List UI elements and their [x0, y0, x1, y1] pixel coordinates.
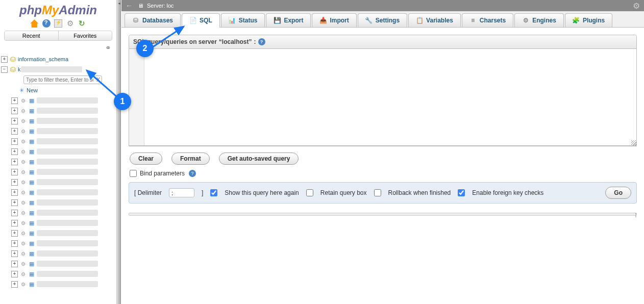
expand-icon[interactable]: +: [11, 250, 18, 257]
table-ops-icon[interactable]: [19, 281, 27, 288]
tree-table-row[interactable]: +: [1, 218, 115, 228]
table-ops-icon[interactable]: [19, 158, 27, 165]
expand-icon[interactable]: +: [11, 148, 18, 155]
format-button[interactable]: Format: [171, 153, 210, 165]
sidebar-resize-handle[interactable]: [117, 0, 121, 304]
tree-table-row[interactable]: +: [1, 269, 115, 279]
tree-table-row[interactable]: +: [1, 187, 115, 197]
db-label-prefix[interactable]: k: [18, 66, 21, 72]
bind-params-label[interactable]: Bind parameters: [140, 170, 185, 177]
expand-icon[interactable]: +: [11, 179, 18, 186]
server-breadcrumb[interactable]: Server: loc: [147, 3, 174, 9]
expand-icon[interactable]: +: [11, 271, 18, 277]
clear-button[interactable]: Clear: [130, 153, 162, 165]
settings-gear-icon[interactable]: ⚙: [633, 1, 640, 11]
help-icon[interactable]: [42, 19, 51, 28]
table-ops-icon[interactable]: [19, 240, 27, 247]
tree-table-row[interactable]: +: [1, 259, 115, 269]
db-label[interactable]: information_schema: [18, 56, 68, 62]
go-button[interactable]: Go: [605, 187, 631, 199]
tree-table-row[interactable]: +: [1, 157, 115, 167]
logo[interactable]: phpMyAdmin: [0, 0, 116, 18]
expand-icon[interactable]: +: [11, 108, 18, 114]
table-ops-icon[interactable]: [19, 117, 27, 124]
tab-engines[interactable]: Engines: [514, 13, 564, 27]
fk-checkbox[interactable]: [458, 189, 465, 196]
favorites-tab[interactable]: Favorites: [59, 31, 112, 40]
expand-icon[interactable]: +: [11, 261, 18, 267]
expand-icon[interactable]: +: [11, 210, 18, 216]
tree-table-row[interactable]: +: [1, 238, 115, 248]
expand-icon[interactable]: +: [11, 118, 18, 124]
tree-table-row[interactable]: +: [1, 95, 115, 106]
get-autosaved-button[interactable]: Get auto-saved query: [219, 153, 299, 165]
collapse-icon[interactable]: −: [1, 66, 8, 73]
tab-export[interactable]: Export: [266, 13, 311, 27]
reload-icon[interactable]: ↻: [78, 19, 86, 28]
tab-plugins[interactable]: Plugins: [565, 13, 612, 27]
table-ops-icon[interactable]: [19, 179, 27, 186]
help-icon[interactable]: ?: [189, 170, 196, 177]
tree-table-row[interactable]: +: [1, 248, 115, 259]
show-again-label[interactable]: Show this query here again: [225, 189, 299, 196]
tree-table-row[interactable]: +: [1, 228, 115, 238]
table-ops-icon[interactable]: [19, 138, 27, 145]
table-ops-icon[interactable]: [19, 128, 27, 135]
resize-grip-icon[interactable]: [631, 140, 636, 145]
rollback-checkbox[interactable]: [374, 189, 381, 196]
show-again-checkbox[interactable]: [210, 189, 217, 196]
table-ops-icon[interactable]: [19, 97, 27, 104]
table-ops-icon[interactable]: [19, 260, 27, 267]
expand-icon[interactable]: +: [11, 128, 18, 135]
table-ops-icon[interactable]: [19, 270, 27, 277]
tab-variables[interactable]: Variables: [408, 13, 461, 27]
panel-resize-bar[interactable]: [129, 213, 637, 216]
help-icon[interactable]: ?: [258, 38, 265, 45]
table-ops-icon[interactable]: [19, 219, 27, 226]
table-ops-icon[interactable]: [19, 209, 27, 216]
tree-table-row[interactable]: +: [1, 208, 115, 218]
expand-icon[interactable]: +: [11, 97, 18, 104]
tree-node-infoschema[interactable]: + information_schema: [1, 54, 115, 64]
fk-label[interactable]: Enable foreign key checks: [472, 189, 543, 196]
expand-icon[interactable]: +: [11, 138, 18, 145]
table-ops-icon[interactable]: [19, 168, 27, 175]
tree-table-row[interactable]: +: [1, 126, 115, 136]
tree-node-db2[interactable]: − k: [1, 64, 115, 74]
retain-checkbox[interactable]: [306, 189, 313, 196]
tab-databases[interactable]: Databases: [125, 13, 181, 27]
delimiter-input[interactable]: [169, 188, 194, 197]
expand-icon[interactable]: +: [11, 159, 18, 165]
table-ops-icon[interactable]: [19, 107, 27, 114]
expand-icon[interactable]: +: [11, 189, 18, 196]
retain-label[interactable]: Retain query box: [320, 189, 367, 196]
tab-sql[interactable]: SQL: [182, 13, 220, 27]
link-icon[interactable]: ⚭: [0, 44, 116, 54]
tab-status[interactable]: Status: [221, 13, 265, 27]
table-ops-icon[interactable]: [19, 148, 27, 155]
expand-icon[interactable]: +: [1, 56, 8, 63]
editor-textarea[interactable]: [144, 49, 636, 145]
new-label[interactable]: New: [27, 87, 38, 93]
tree-table-row[interactable]: +: [1, 167, 115, 177]
expand-icon[interactable]: +: [11, 230, 18, 237]
recent-tab[interactable]: Recent: [5, 31, 59, 40]
tree-table-row[interactable]: +: [1, 279, 115, 289]
gear-icon[interactable]: ⚙: [66, 19, 74, 28]
tab-charsets[interactable]: Charsets: [462, 13, 513, 27]
filter-input[interactable]: [23, 75, 102, 84]
tree-table-row[interactable]: +: [1, 146, 115, 157]
table-ops-icon[interactable]: [19, 199, 27, 206]
expand-icon[interactable]: +: [11, 220, 18, 226]
tab-import[interactable]: Import: [312, 13, 356, 27]
tree-table-row[interactable]: +: [1, 177, 115, 187]
expand-icon[interactable]: +: [11, 281, 18, 288]
expand-icon[interactable]: +: [11, 169, 18, 175]
rollback-label[interactable]: Rollback when finished: [388, 189, 451, 196]
tree-table-row[interactable]: +: [1, 106, 115, 116]
expand-icon[interactable]: +: [11, 199, 18, 206]
tree-table-row[interactable]: +: [1, 136, 115, 146]
table-ops-icon[interactable]: [19, 230, 27, 237]
back-arrow-icon[interactable]: ←: [126, 2, 133, 10]
tree-table-row[interactable]: +: [1, 197, 115, 208]
